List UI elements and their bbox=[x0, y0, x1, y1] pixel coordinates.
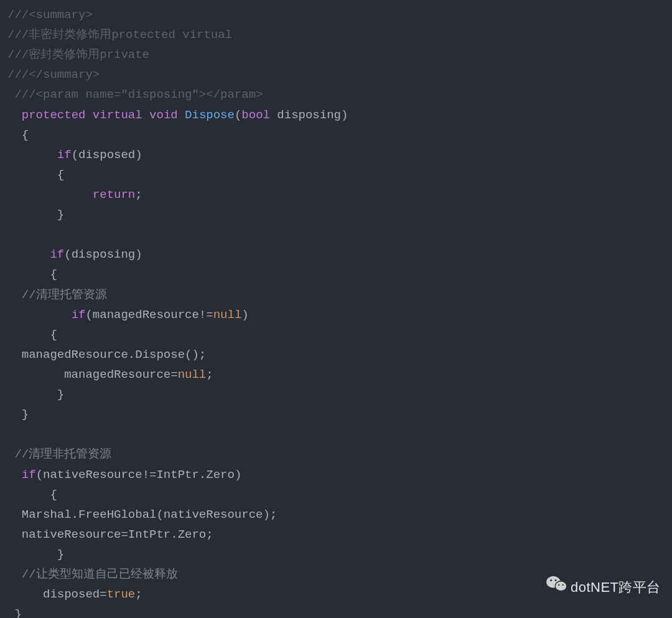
keyword: protected bbox=[22, 108, 86, 122]
condition: (disposed) bbox=[72, 148, 142, 162]
type: bool bbox=[241, 108, 270, 122]
keyword: return bbox=[93, 188, 135, 202]
literal: null bbox=[178, 368, 207, 382]
svg-point-5 bbox=[558, 584, 559, 585]
brace: { bbox=[7, 488, 57, 502]
svg-point-2 bbox=[555, 581, 567, 591]
literal: true bbox=[107, 588, 136, 601]
comment-line: ///<param name="disposing"></param> bbox=[7, 88, 263, 101]
comment-line: //让类型知道自己已经被释放 bbox=[7, 568, 178, 581]
brace: { bbox=[7, 328, 57, 342]
svg-point-6 bbox=[562, 584, 563, 585]
keyword: if bbox=[22, 468, 36, 482]
condition: (disposing) bbox=[64, 248, 142, 261]
keyword: if bbox=[57, 148, 72, 162]
brace: { bbox=[7, 268, 57, 281]
brace: } bbox=[7, 548, 64, 561]
parameter: disposing) bbox=[270, 108, 348, 122]
keyword: if bbox=[72, 308, 86, 322]
comment-line: ///密封类修饰用private bbox=[7, 48, 149, 62]
statement: Marshal.FreeHGlobal(nativeResource); bbox=[7, 508, 277, 522]
statement: nativeResource=IntPtr.Zero; bbox=[7, 528, 213, 541]
brace: { bbox=[7, 128, 29, 142]
brace: } bbox=[7, 388, 64, 401]
svg-point-4 bbox=[554, 579, 556, 581]
code-block: ///<summary> ///非密封类修饰用protected virtual… bbox=[7, 5, 665, 618]
keyword: if bbox=[50, 248, 64, 261]
comment-line: ///<summary> bbox=[7, 8, 93, 22]
comment-line: ///非密封类修饰用protected virtual bbox=[7, 28, 232, 42]
condition: (nativeResource!=IntPtr.Zero) bbox=[36, 468, 242, 482]
literal: null bbox=[213, 308, 242, 322]
comment-line: //清理托管资源 bbox=[7, 288, 107, 302]
comment-line: //清理非托管资源 bbox=[7, 447, 111, 461]
brace: } bbox=[7, 208, 64, 222]
brace: } bbox=[7, 408, 29, 421]
brace: } bbox=[7, 607, 22, 618]
wechat-icon bbox=[546, 575, 567, 599]
watermark: dotNET跨平台 bbox=[546, 575, 661, 599]
statement: managedResource.Dispose(); bbox=[7, 348, 206, 362]
watermark-text: dotNET跨平台 bbox=[571, 576, 661, 599]
brace: { bbox=[7, 168, 64, 182]
comment-line: ///</summary> bbox=[7, 68, 100, 82]
keyword: void bbox=[149, 108, 178, 122]
function-name: Dispose bbox=[185, 108, 235, 122]
svg-point-3 bbox=[550, 579, 552, 581]
keyword: virtual bbox=[93, 108, 142, 122]
